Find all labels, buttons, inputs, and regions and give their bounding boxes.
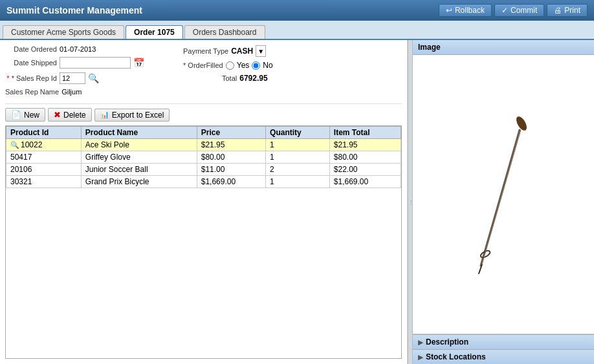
date-ordered-label: Date Ordered xyxy=(5,45,57,53)
ski-pole-svg xyxy=(465,104,542,285)
main-content: Date Ordered 01-07-2013 Date Shipped 📅 *… xyxy=(0,40,594,364)
rollback-button[interactable]: ↩ Rollback xyxy=(439,4,492,17)
order-filled-no-radio[interactable] xyxy=(252,61,260,70)
print-button[interactable]: 🖨 Print xyxy=(547,4,588,17)
table-row[interactable]: 🔍 10022Ace Ski Pole$21.951$21.95 xyxy=(6,139,401,151)
total-value: 6792.95 xyxy=(239,74,267,83)
sales-rep-id-row: * Sales Rep Id 🔍 xyxy=(5,72,144,84)
payment-type-dropdown[interactable]: ▼ xyxy=(256,45,266,57)
description-label: Description xyxy=(426,337,468,347)
image-content xyxy=(413,55,594,334)
stock-locations-arrow-icon: ▶ xyxy=(418,354,423,361)
date-ordered-row: Date Ordered 01-07-2013 xyxy=(5,45,144,53)
export-icon: 📊 xyxy=(100,111,109,119)
title-bar-actions: ↩ Rollback ✓ Commit 🖨 Print xyxy=(439,4,588,17)
order-filled-yes-radio[interactable] xyxy=(226,61,234,70)
tab-bar: Customer Acme Sports Goods Order 1075 Or… xyxy=(0,21,594,40)
table-row[interactable]: 20106Junior Soccer Ball$11.002$22.00 xyxy=(6,164,401,176)
delete-button[interactable]: ✖ Delete xyxy=(48,108,92,122)
cell-price: $80.00 xyxy=(197,151,265,164)
cell-quantity: 1 xyxy=(266,151,330,164)
cell-product-name: Grand Prix Bicycle xyxy=(81,176,197,188)
new-icon: 📄 xyxy=(11,110,21,120)
search-icon[interactable]: 🔍 xyxy=(88,73,99,83)
sales-rep-name-label: Sales Rep Name xyxy=(5,88,59,96)
stock-locations-label: Stock Locations xyxy=(426,352,486,361)
cell-product-name: Griffey Glove xyxy=(81,151,197,164)
table-row[interactable]: 30321Grand Prix Bicycle$1,669.001$1,669.… xyxy=(6,176,401,188)
sales-rep-name-row: Sales Rep Name Giljum xyxy=(5,88,144,96)
date-picker-button[interactable]: 📅 xyxy=(133,58,144,68)
payment-type-row: Payment Type CASH ▼ xyxy=(183,45,273,57)
svg-line-4 xyxy=(482,130,521,264)
cell-product-id: 30321 xyxy=(6,176,82,188)
col-price: Price xyxy=(197,127,265,139)
image-header: Image xyxy=(413,40,594,55)
col-product-name: Product Name xyxy=(81,127,197,139)
delete-icon: ✖ xyxy=(54,110,61,120)
payment-type-value: CASH xyxy=(231,47,253,56)
svg-point-0 xyxy=(514,114,529,132)
order-items-table: Product Id Product Name Price Quantity I… xyxy=(6,126,401,188)
cell-item-total: $21.95 xyxy=(329,139,401,151)
cell-price: $21.95 xyxy=(197,139,265,151)
commit-button[interactable]: ✓ Commit xyxy=(494,4,544,17)
right-panel: Image xyxy=(413,40,594,364)
new-button[interactable]: 📄 New xyxy=(5,108,45,122)
sales-rep-id-label: * Sales Rep Id xyxy=(5,74,57,82)
cell-product-name: Junior Soccer Ball xyxy=(81,164,197,176)
date-shipped-label: Date Shipped xyxy=(5,59,57,67)
commit-icon: ✓ xyxy=(501,6,508,15)
total-label: Total xyxy=(222,74,237,82)
image-panel: Image xyxy=(413,40,594,334)
cell-price: $11.00 xyxy=(197,164,265,176)
cell-item-total: $80.00 xyxy=(329,151,401,164)
stock-locations-header[interactable]: ▶ Stock Locations xyxy=(413,350,594,364)
export-button[interactable]: 📊 Export to Excel xyxy=(94,109,170,122)
items-toolbar: 📄 New ✖ Delete 📊 Export to Excel xyxy=(5,108,402,122)
total-row: Total 6792.95 xyxy=(183,74,273,83)
row-search-icon[interactable]: 🔍 xyxy=(10,141,19,149)
left-panel: Date Ordered 01-07-2013 Date Shipped 📅 *… xyxy=(0,40,408,364)
stock-locations-accordion: ▶ Stock Locations xyxy=(413,349,594,364)
cell-product-id: 🔍 10022 xyxy=(6,139,82,151)
sales-rep-name-value: Giljum xyxy=(61,88,82,96)
panel-splitter[interactable]: ⋮ xyxy=(408,40,413,364)
cell-price: $1,669.00 xyxy=(197,176,265,188)
col-quantity: Quantity xyxy=(266,127,330,139)
order-filled-label: * OrderFilled xyxy=(183,61,223,69)
separator xyxy=(5,103,402,104)
order-filled-row: * OrderFilled Yes No xyxy=(183,61,273,70)
svg-line-1 xyxy=(481,130,520,266)
cell-product-name: Ace Ski Pole xyxy=(81,139,197,151)
app-title: Summit Customer Management xyxy=(6,5,142,16)
print-icon: 🖨 xyxy=(554,6,562,15)
description-header[interactable]: ▶ Description xyxy=(413,335,594,349)
cell-quantity: 1 xyxy=(266,176,330,188)
tab-order[interactable]: Order 1075 xyxy=(126,25,183,39)
date-shipped-input[interactable] xyxy=(60,57,131,69)
cell-product-id: 50417 xyxy=(6,151,82,164)
splitter-handle: ⋮ xyxy=(408,199,413,205)
col-product-id: Product Id xyxy=(6,127,82,139)
rollback-icon: ↩ xyxy=(446,6,452,15)
title-bar: Summit Customer Management ↩ Rollback ✓ … xyxy=(0,0,594,21)
product-image xyxy=(439,111,568,279)
order-items-table-container: Product Id Product Name Price Quantity I… xyxy=(5,125,402,359)
form-section: Date Ordered 01-07-2013 Date Shipped 📅 *… xyxy=(5,45,402,97)
table-row[interactable]: 50417Griffey Glove$80.001$80.00 xyxy=(6,151,401,164)
description-accordion: ▶ Description xyxy=(413,334,594,349)
cell-quantity: 2 xyxy=(266,164,330,176)
form-col-left: Date Ordered 01-07-2013 Date Shipped 📅 *… xyxy=(5,45,144,97)
tab-customer[interactable]: Customer Acme Sports Goods xyxy=(3,25,124,39)
date-shipped-row: Date Shipped 📅 xyxy=(5,57,144,69)
description-arrow-icon: ▶ xyxy=(418,339,423,346)
form-col-right: Payment Type CASH ▼ * OrderFilled Yes No… xyxy=(183,45,273,97)
sales-rep-id-input[interactable] xyxy=(60,72,85,84)
payment-type-label: Payment Type xyxy=(183,47,228,55)
tab-dashboard[interactable]: Orders Dashboard xyxy=(184,25,265,39)
date-ordered-value: 01-07-2013 xyxy=(60,45,96,53)
cell-item-total: $22.00 xyxy=(329,164,401,176)
order-filled-yes-label: Yes xyxy=(237,61,250,70)
cell-quantity: 1 xyxy=(266,139,330,151)
